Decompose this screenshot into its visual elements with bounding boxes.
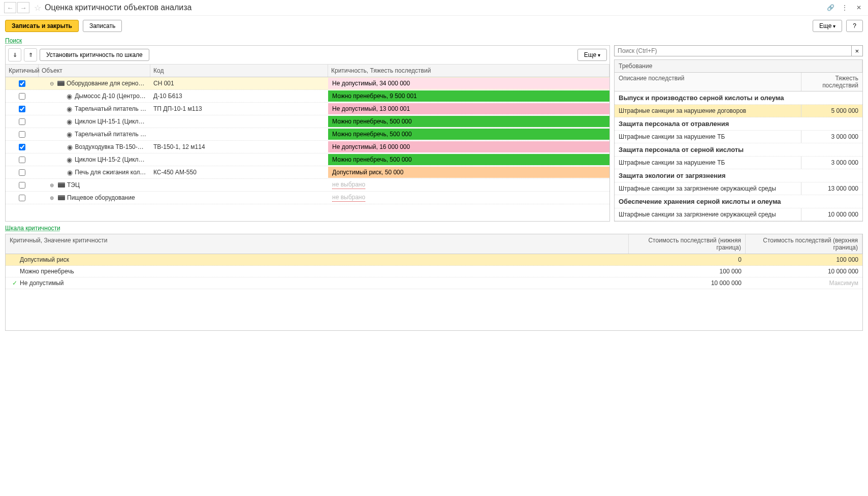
severity-cell[interactable]: Не допустимый, 16 000 000 xyxy=(328,141,609,152)
scale-body: Допустимый риск0100 000Можно пренебречь1… xyxy=(6,254,862,330)
save-and-close-button[interactable]: Записать и закрыть xyxy=(5,20,79,32)
severity-cell[interactable]: Можно пренебречь, 500 000 xyxy=(328,154,609,165)
severity-cell[interactable]: не выбрано xyxy=(328,192,609,204)
requirements-panel: Требование Описание последствий Тяжесть … xyxy=(614,59,863,222)
scale-row[interactable]: ✓Не допустимый10 000 000Максимум xyxy=(6,277,862,289)
req-header-sev[interactable]: Тяжесть последствий xyxy=(801,73,862,91)
severity-cell[interactable]: Не допустимый, 34 000 000 xyxy=(328,78,609,89)
requirements-search-input[interactable] xyxy=(614,45,852,56)
requirement-group-title[interactable]: Защита персонала от отравления xyxy=(615,117,862,131)
object-code: СН 001 xyxy=(150,78,328,88)
requirement-group-title[interactable]: Защита экологии от загрязнения xyxy=(615,169,862,182)
critical-checkbox[interactable] xyxy=(19,157,25,163)
scale-row[interactable]: Допустимый риск0100 000 xyxy=(6,254,862,266)
object-row[interactable]: Воздуходувка ТВ-150-1,12...ТВ-150-1, 12 … xyxy=(6,141,609,153)
requirement-severity: 10 000 000 xyxy=(801,208,862,221)
requirement-severity: 3 000 000 xyxy=(801,131,862,143)
page-title: Оценка критичности объектов анализа xyxy=(45,3,825,12)
nav-forward-button[interactable]: → xyxy=(17,2,29,13)
requirement-item[interactable]: Штарфные санкции за загрязнение окружающ… xyxy=(615,208,862,221)
severity-cell[interactable]: Не допустимый, 13 000 001 xyxy=(328,103,609,114)
critical-checkbox[interactable] xyxy=(19,80,25,87)
scale-low: 10 000 000 xyxy=(629,277,746,289)
object-row[interactable]: Тарельчатый питатель ДП-...Можно пренебр… xyxy=(6,128,609,141)
objects-grid-header: Критичный Объект Код Критичность, Тяжест… xyxy=(6,65,609,77)
object-row[interactable]: ⊕ТЭЦне выбрано xyxy=(6,179,609,192)
object-row[interactable]: Печь для сжигания колчед...КС-450 АМ-550… xyxy=(6,166,609,179)
search-clear-button[interactable]: × xyxy=(852,45,863,56)
expand-tree-button[interactable]: ⇓ xyxy=(8,48,21,61)
col-header-severity[interactable]: Критичность, Тяжесть последствий xyxy=(328,65,609,77)
critical-checkbox[interactable] xyxy=(19,144,25,150)
object-label: Воздуходувка ТВ-150-1,12... xyxy=(75,143,147,150)
requirement-group-title[interactable]: Обеспечение хранения серной кислоты и ол… xyxy=(615,195,862,208)
scale-row[interactable]: Можно пренебречь100 00010 000 000 xyxy=(6,266,862,277)
more-button[interactable]: Еще xyxy=(813,20,842,32)
requirement-item[interactable]: Штрафные санкции за нарушение ТБ3 000 00… xyxy=(615,131,862,143)
objects-panel: ⇓ ⇑ Установить критичность по шкале Еще … xyxy=(5,45,610,222)
tree-toggle-icon[interactable]: ⊖ xyxy=(50,81,55,86)
object-label: Печь для сжигания колчед... xyxy=(75,169,147,176)
requirements-body: Выпуск и производство серной кислоты и о… xyxy=(615,91,862,221)
object-label: Тарельчатый питатель ДП-... xyxy=(75,105,147,112)
critical-checkbox[interactable] xyxy=(19,182,25,189)
object-label: ТЭЦ xyxy=(67,181,80,189)
scale-header-name[interactable]: Критичный, Значение критичности xyxy=(6,234,629,254)
scale-header-high[interactable]: Стоимость последствий (верхняя граница) xyxy=(746,234,862,254)
object-row[interactable]: Циклон ЦН-15-1 (Циклоны ...Можно пренебр… xyxy=(6,115,609,128)
object-label: Пищевое оборудование xyxy=(67,194,135,201)
col-header-critical[interactable]: Критичный xyxy=(6,65,39,77)
objects-more-button[interactable]: Еще xyxy=(577,49,607,61)
help-button[interactable]: ? xyxy=(846,20,863,32)
scale-link[interactable]: Шкала критичности xyxy=(0,222,66,233)
object-row[interactable]: ⊕Пищевое оборудованиене выбрано xyxy=(6,192,609,204)
object-code: ТВ-150-1, 12 м114 xyxy=(150,142,328,152)
close-icon[interactable]: ✕ xyxy=(854,4,864,11)
object-row[interactable]: Циклон ЦН-15-2 (Циклоны ...Можно пренебр… xyxy=(6,153,609,166)
critical-checkbox[interactable] xyxy=(19,131,25,138)
requirement-item[interactable]: Штрафные санкции за нарушение договоров5… xyxy=(615,105,862,117)
critical-checkbox[interactable] xyxy=(19,118,25,125)
object-label: Циклон ЦН-15-2 (Циклоны ... xyxy=(75,156,147,163)
item-icon xyxy=(67,143,73,150)
col-header-object[interactable]: Объект xyxy=(39,65,150,77)
scale-panel: Критичный, Значение критичности Стоимост… xyxy=(5,234,863,331)
scale-header-low[interactable]: Стоимость последствий (нижняя граница) xyxy=(629,234,746,254)
link-icon[interactable]: 🔗 xyxy=(825,4,835,11)
severity-cell[interactable]: Можно пренебречь, 500 000 xyxy=(328,129,609,140)
nav-back-button[interactable]: ← xyxy=(4,2,16,13)
critical-checkbox[interactable] xyxy=(19,93,25,100)
requirement-desc: Штрафные санкции за нарушение ТБ xyxy=(615,131,801,143)
favorite-star-icon[interactable]: ☆ xyxy=(33,3,43,13)
scale-name: Не допустимый xyxy=(20,280,64,287)
requirement-item[interactable]: Штрафные санкции за нарушение ТБ3 000 00… xyxy=(615,157,862,169)
object-row[interactable]: ⊖Оборудование для серной ки...СН 001Не д… xyxy=(6,77,609,90)
requirement-item[interactable]: Штрафные санкции за загрязнение окружающ… xyxy=(615,182,862,195)
req-header-name[interactable]: Требование xyxy=(615,60,862,72)
object-label: Циклон ЦН-15-1 (Циклоны ... xyxy=(75,118,147,125)
severity-cell[interactable]: не выбрано xyxy=(328,179,609,191)
collapse-tree-button[interactable]: ⇑ xyxy=(24,48,37,61)
objects-toolbar: ⇓ ⇑ Установить критичность по шкале Еще xyxy=(6,46,609,65)
critical-checkbox[interactable] xyxy=(19,106,25,112)
req-header-desc[interactable]: Описание последствий xyxy=(615,73,801,91)
search-link[interactable]: Поиск xyxy=(0,36,27,45)
more-vert-icon[interactable]: ⋮ xyxy=(840,4,850,11)
critical-checkbox[interactable] xyxy=(19,169,25,176)
severity-cell[interactable]: Допустимый риск, 50 000 xyxy=(328,167,609,178)
requirement-group-title[interactable]: Выпуск и производство серной кислоты и о… xyxy=(615,91,862,105)
critical-checkbox[interactable] xyxy=(19,195,25,201)
requirement-group-title[interactable]: Защита персонала от серной кислоты xyxy=(615,143,862,157)
set-criticality-button[interactable]: Установить критичность по шкале xyxy=(40,49,149,61)
requirement-severity: 5 000 000 xyxy=(801,105,862,117)
requirements-panel-wrapper: × Требование Описание последствий Тяжест… xyxy=(614,45,863,222)
severity-cell[interactable]: Можно пренебречь, 500 000 xyxy=(328,116,609,127)
severity-cell[interactable]: Можно пренебречь, 9 500 001 xyxy=(328,90,609,102)
tree-toggle-icon[interactable]: ⊕ xyxy=(50,182,56,188)
titlebar: ← → ☆ Оценка критичности объектов анализ… xyxy=(0,0,868,16)
tree-toggle-icon[interactable]: ⊕ xyxy=(50,195,56,201)
object-row[interactable]: Тарельчатый питатель ДП-...ТП ДП-10-1 м1… xyxy=(6,103,609,115)
col-header-code[interactable]: Код xyxy=(150,65,328,77)
save-button[interactable]: Записать xyxy=(83,20,122,32)
object-row[interactable]: Дымосос Д-10 (Центробеж...Д-10 Б613Можно… xyxy=(6,90,609,103)
